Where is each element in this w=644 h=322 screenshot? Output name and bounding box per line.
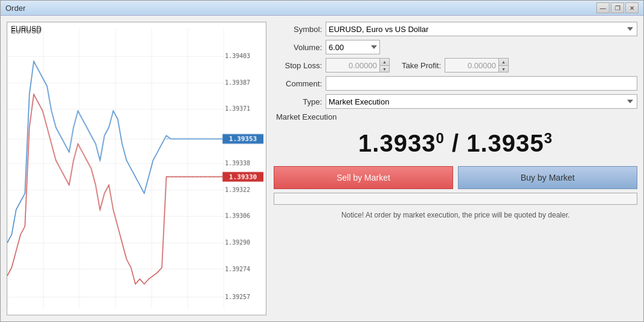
stoploss-spinner-buttons: ▲ ▼ bbox=[380, 58, 390, 72]
symbol-label: Symbol: bbox=[274, 25, 322, 34]
stoploss-label: Stop Loss: bbox=[274, 61, 322, 70]
content-area: EURUSD Symbol: EURUSD, Euro vs US Dollar… bbox=[1, 16, 643, 321]
title-bar: Order — ❐ ✕ bbox=[1, 1, 643, 16]
stoploss-takeprofit-row: Stop Loss: ▲ ▼ Take Profit: ▲ ▼ bbox=[274, 58, 637, 72]
price-chart bbox=[7, 22, 266, 315]
stoploss-spinner: ▲ ▼ bbox=[326, 58, 390, 72]
ask-price-super: 3 bbox=[544, 130, 553, 146]
execution-section-label: Market Execution bbox=[274, 112, 336, 121]
bid-price-main: 1.3933 bbox=[358, 130, 436, 157]
volume-select[interactable]: 6.00 bbox=[326, 40, 380, 54]
type-select[interactable]: Market Execution bbox=[326, 94, 637, 109]
comment-input[interactable] bbox=[326, 76, 637, 91]
stoploss-input[interactable] bbox=[326, 58, 380, 72]
price-separator: / bbox=[452, 130, 466, 157]
execution-label-row: Market Execution bbox=[274, 112, 637, 121]
takeprofit-spinner: ▲ ▼ bbox=[445, 58, 509, 72]
buy-by-market-button[interactable]: Buy by Market bbox=[458, 166, 637, 189]
comment-row: Comment: bbox=[274, 76, 637, 91]
order-window: Order — ❐ ✕ EURUSD Symbol: EURUSD, Euro … bbox=[0, 0, 644, 322]
restore-button[interactable]: ❐ bbox=[611, 2, 624, 13]
action-buttons-row: Sell by Market Buy by Market bbox=[274, 166, 637, 189]
takeprofit-up-button[interactable]: ▲ bbox=[499, 59, 508, 66]
ask-price-main: 1.3935 bbox=[466, 130, 544, 157]
stoploss-up-button[interactable]: ▲ bbox=[380, 59, 389, 66]
bid-price-super: 0 bbox=[436, 130, 444, 146]
right-panel: Symbol: EURUSD, Euro vs US Dollar Volume… bbox=[274, 22, 637, 315]
comment-label: Comment: bbox=[274, 79, 322, 88]
stoploss-down-button[interactable]: ▼ bbox=[380, 66, 389, 72]
takeprofit-spinner-buttons: ▲ ▼ bbox=[499, 58, 509, 72]
progress-bar bbox=[274, 193, 637, 205]
type-row: Type: Market Execution bbox=[274, 94, 637, 109]
volume-row: Volume: 6.00 bbox=[274, 40, 637, 54]
symbol-select[interactable]: EURUSD, Euro vs US Dollar bbox=[326, 22, 637, 36]
chart-panel: EURUSD bbox=[7, 22, 266, 315]
price-display: 1.39330 / 1.39353 bbox=[274, 125, 637, 162]
symbol-row: Symbol: EURUSD, Euro vs US Dollar bbox=[274, 22, 637, 36]
takeprofit-input[interactable] bbox=[445, 58, 499, 72]
minimize-button[interactable]: — bbox=[596, 2, 610, 13]
takeprofit-down-button[interactable]: ▼ bbox=[499, 66, 508, 72]
type-label: Type: bbox=[274, 97, 322, 106]
notice-text: Notice! At order by market execution, th… bbox=[274, 208, 637, 222]
window-controls: — ❐ ✕ bbox=[596, 2, 639, 13]
chart-symbol-label: EURUSD bbox=[11, 25, 42, 33]
window-title: Order bbox=[5, 4, 25, 13]
close-button[interactable]: ✕ bbox=[625, 2, 639, 13]
takeprofit-label: Take Profit: bbox=[402, 61, 441, 70]
sell-by-market-button[interactable]: Sell by Market bbox=[274, 166, 453, 189]
volume-label: Volume: bbox=[274, 43, 322, 52]
